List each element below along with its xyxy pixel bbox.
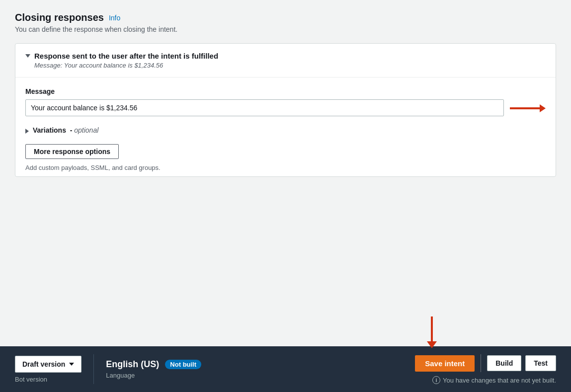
- changes-warning-text: You have changes that are not yet built.: [443, 377, 556, 384]
- button-divider: [481, 354, 481, 372]
- section-header: Closing responses Info: [15, 12, 556, 23]
- info-circle-icon: i: [432, 376, 440, 384]
- variations-expand-icon: [25, 129, 29, 134]
- draft-version-button[interactable]: Draft version: [15, 356, 82, 373]
- language-name: English (US): [106, 359, 159, 370]
- not-built-badge: Not built: [165, 360, 201, 369]
- build-button[interactable]: Build: [487, 355, 521, 371]
- footer-divider: [93, 354, 94, 384]
- arrow-line: [431, 316, 433, 341]
- closing-responses-card: Response sent to the user after the inte…: [15, 43, 556, 177]
- save-intent-arrow-annotation: [427, 316, 437, 348]
- changes-warning: i You have changes that are not yet buil…: [432, 376, 556, 384]
- add-payloads-text: Add custom payloads, SSML, and card grou…: [25, 164, 546, 171]
- message-input-row: [25, 99, 546, 116]
- language-row: English (US) Not built: [106, 359, 201, 370]
- variations-optional: optional: [74, 126, 98, 134]
- footer-right: Save intent Build Test i You have change…: [415, 354, 556, 384]
- info-link[interactable]: Info: [109, 14, 120, 22]
- bot-version-label: Bot version: [15, 376, 82, 383]
- footer-bar: Draft version Bot version English (US) N…: [0, 346, 571, 392]
- more-response-options-button[interactable]: More response options: [25, 144, 119, 159]
- page-title: Closing responses: [15, 12, 104, 23]
- language-label: Language: [106, 372, 201, 379]
- collapse-title: Response sent to the user after the inte…: [34, 52, 218, 60]
- footer-buttons-row: Save intent Build Test: [415, 354, 556, 372]
- arrow-head: [427, 341, 437, 348]
- collapse-icon: [25, 54, 30, 58]
- variations-label: Variations - optional: [33, 126, 98, 134]
- footer-left: Draft version Bot version: [15, 356, 82, 383]
- message-input[interactable]: [25, 99, 504, 116]
- main-content: Closing responses Info You can define th…: [0, 0, 571, 346]
- collapse-subtitle: Message: Your account balance is $1,234.…: [34, 62, 218, 69]
- collapse-section[interactable]: Response sent to the user after the inte…: [15, 44, 556, 78]
- message-label: Message: [25, 87, 546, 95]
- variations-row[interactable]: Variations - optional: [25, 126, 546, 134]
- test-button[interactable]: Test: [525, 355, 556, 371]
- save-intent-button[interactable]: Save intent: [415, 355, 475, 372]
- draft-version-label: Draft version: [22, 360, 65, 368]
- footer-middle: English (US) Not built Language: [106, 359, 201, 379]
- section-subtitle: You can define the response when closing…: [15, 25, 556, 33]
- draft-version-chevron-icon: [69, 363, 74, 366]
- arrow-annotation: [510, 103, 546, 112]
- message-section: Message Variations - optional More respo…: [15, 78, 556, 176]
